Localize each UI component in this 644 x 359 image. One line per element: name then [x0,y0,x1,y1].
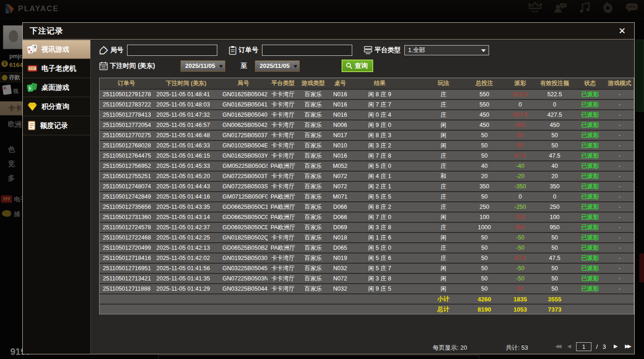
cell-total-bet: 50 [463,193,506,200]
cell-bet-time: 2025-11-05 01:46:57 [153,122,219,128]
tab-video-games[interactable]: 9 K ♥ 视讯游戏 [23,40,90,59]
cell-bet-type: 闲 [424,265,463,273]
cell-game-type: 百家乐 [298,142,328,150]
bet-time-label: 下注时间 (美东) [110,62,155,70]
cell-result: 闲 4 庄 1 [352,173,407,180]
order-input[interactable] [262,45,352,56]
cell-status: 已派彩 [575,285,605,293]
cell-table-no: N016 [328,153,352,159]
cell-bet-type: 闲 [424,275,463,283]
date-to-picker[interactable]: 2025/11/05 [255,60,300,72]
cell-total-bet: 50 [463,275,506,282]
cell-status: 已派彩 [575,121,605,129]
cell-table-no: D065 [328,245,352,251]
search-button[interactable]: 查询 [342,60,373,72]
cell-status: 已派彩 [575,162,605,170]
cell-bet-time: 2025-11-05 01:46:15 [153,153,219,159]
cell-platform: 卡卡湾厅 [268,152,298,160]
modal-main: 局号 订单号 平台类型 1.全部 [90,40,634,354]
cell-platform: PA欧洲厅 [268,224,298,232]
page-number-input[interactable] [576,342,591,351]
cell-game-mode: - [605,204,634,210]
cell-payout: -50 [506,265,535,272]
cell-game-mode: - [605,286,634,292]
cell-round-id: GM05225B050GS [219,163,268,169]
tab-quota-records[interactable]: 额度记录 [23,116,90,135]
cell-total-bet: 50 [463,153,506,159]
cell-game-mode: - [605,214,634,220]
cell-valid-bet: 50 [535,142,575,149]
cell-total-bet: 1000 [463,224,506,231]
cell-payout: 522.5 [506,91,535,98]
cell-game-mode: - [605,234,634,241]
cell-platform: PA欧洲厅 [268,213,298,221]
cell-platform: 卡卡湾厅 [268,142,298,150]
cell-bet-type: 庄 [424,254,463,262]
cell-result: 闲 5 庄 6 [352,254,407,262]
cell-game-type: 百家乐 [298,244,328,252]
cell-payout: 0 [506,193,535,200]
cell-bet-time: 2025-11-05 01:42:02 [153,255,219,261]
cell-game-mode: - [605,193,634,200]
cell-payout: -50 [506,234,535,241]
cell-game-mode: - [605,265,634,272]
cell-round-id: GD06925B050CD [219,224,268,231]
cell-status: 已派彩 [575,275,605,283]
cell-bet-type: 庄 [424,183,463,191]
cell-status: 已派彩 [575,111,605,119]
round-label: 局号 [110,46,123,54]
cell-platform: 卡卡湾厅 [268,101,298,109]
cell-game-mode: - [605,163,634,169]
cell-status: 已派彩 [575,254,605,262]
prev-page-icon[interactable]: ◀ [567,343,570,349]
subtotal-label: 小计 [424,295,463,303]
tab-slots[interactable]: 777 电子老虎机 [23,59,90,78]
last-page-icon[interactable]: ▶▶ [625,343,630,349]
cell-game-type: 百家乐 [298,213,328,221]
cell-order-id: 251105012735656 [100,204,153,210]
table-row: 251105012718416 2025-11-05 01:42:02 GN01… [100,253,634,263]
cell-result: 闲 3 庄 8 [352,275,407,283]
round-input[interactable] [127,45,217,56]
cell-payout: 50 [506,142,535,149]
cell-bet-type: 庄 [424,111,463,119]
next-page-icon[interactable]: ▶ [614,343,616,349]
cell-game-type: 百家乐 [298,121,328,129]
cell-game-mode: - [605,91,634,98]
cell-result: 闲 9 庄 0 [352,121,407,129]
cell-order-id: 251105012755251 [100,173,153,180]
close-icon[interactable]: ✕ [617,26,628,37]
cell-platform: 卡卡湾厅 [268,254,298,262]
cell-total-bet: 50 [463,286,506,292]
cell-game-mode: - [605,112,634,118]
cell-status: 已派彩 [575,183,605,191]
tab-points-query[interactable]: 积分查询 [23,97,90,116]
subtotal-row: 小计 4260 1835 3555 [100,293,634,304]
cell-order-id: 251105012718416 [100,255,153,261]
subtotal-payout: 1835 [506,296,535,303]
table-row: 251105012742849 2025-11-05 01:44:16 GM07… [100,191,634,201]
cell-valid-bet: 0 [535,101,575,108]
cell-status: 已派彩 [575,234,605,242]
cell-payout: -50 [506,275,535,282]
cell-game-type: 百家乐 [298,111,328,119]
cell-order-id: 251105012711888 [100,286,153,292]
cell-bet-type: 庄 [424,101,463,109]
cell-bet-time: 2025-11-05 01:48:41 [153,91,219,98]
tab-label: 额度记录 [40,121,68,130]
cell-order-id: 251105012713421 [100,275,153,282]
date-from-picker[interactable]: 2025/11/05 [181,60,225,72]
page-total-text: 3 [603,343,606,350]
cell-game-mode: - [605,183,634,190]
tab-table-games[interactable]: $ 桌面游戏 [23,78,90,97]
platform-select[interactable]: 1.全部 [404,45,489,55]
cell-payout: 50 [506,132,535,139]
cell-platform: PA欧洲厅 [268,193,298,201]
quota-doc-icon [27,120,37,131]
cell-bet-type: 闲 [424,234,463,242]
cell-game-type: 百家乐 [298,234,328,242]
cell-game-mode: - [605,245,634,251]
cell-game-type: 百家乐 [298,254,328,262]
cell-table-no: D069 [328,224,352,231]
first-page-icon[interactable]: ◀◀ [555,343,560,349]
